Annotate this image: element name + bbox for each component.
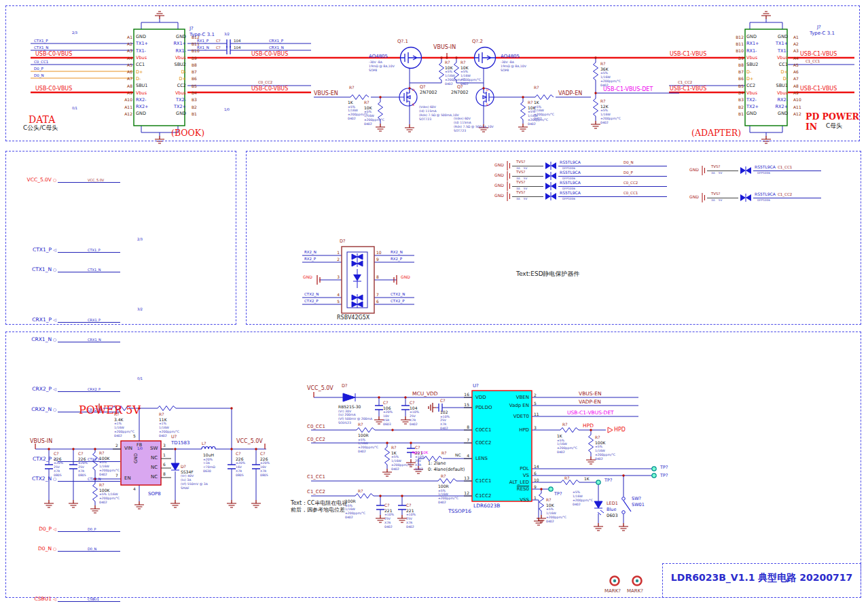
port-label: CRX1_N xyxy=(20,336,52,342)
tvs-wire-right: RS5TL9CA DFP1006 xyxy=(558,191,667,197)
tvs-wire-right: RS5TL9CA DFP1006 xyxy=(558,160,667,166)
pin-number-left: B9 xyxy=(729,56,744,60)
cap-value: 104 xyxy=(234,46,241,50)
tvs-row: GND TVS? 3A 5V RS5TL9CA DFP1006 D0_N xyxy=(494,160,664,171)
c-226-out1: C?226±20% 16V X7R 0805 xyxy=(236,451,245,478)
net-label: USB-C1-VBUS xyxy=(800,86,837,92)
r-led-spec: ±5% 1/16W ±200ppm/°C 0402 xyxy=(573,490,593,507)
pin-number-left: B10 xyxy=(729,48,744,53)
r-100k-upper: R?100K±5% 1/16W ±200ppm/°C 0402 xyxy=(99,450,120,477)
tvs-wire-left: TVS? 3A 5V xyxy=(512,191,543,197)
pin-name-right: CC2 xyxy=(162,83,189,88)
pin-number-left: B5 xyxy=(729,84,744,88)
net-label-vbus-in2: VBUS-IN xyxy=(30,438,52,445)
port-label: CRX1_P xyxy=(20,317,52,323)
ldr-pin-num: 14 xyxy=(534,464,539,469)
r-100r-2-ref: R? xyxy=(441,473,446,478)
pin-name-left: TX1+ xyxy=(132,41,162,46)
td-pin8: 8 xyxy=(163,471,166,476)
pin-number-right: A10 xyxy=(791,97,810,102)
pin-number-left: A2 xyxy=(117,41,132,46)
pin-number-right: A6 xyxy=(791,69,810,74)
port-wire: D0_P xyxy=(58,525,120,532)
ldr-pin-num: 2 xyxy=(534,393,537,397)
fet-d-letter: D xyxy=(412,88,415,92)
pin-name-left: Vbus xyxy=(132,90,162,96)
ldr-ref: U? xyxy=(473,383,479,389)
port-icon: ◁ xyxy=(52,317,58,323)
td-pin2: 2 xyxy=(115,443,118,448)
net-label: C0_CC2 xyxy=(258,80,272,85)
tvs-row: GND TVS? 3A 5V RS5TL9CA DFP1006 C1_CC2 xyxy=(689,192,859,219)
c-226-in1: C?226±20% 25V X7R 0805 xyxy=(54,451,63,478)
r-1k-right: 1K±5% 1/16W ±200ppm/°C 0402 xyxy=(534,100,554,121)
net-label: USB-C1-VBUS xyxy=(670,51,706,58)
tvs-wire-left: TVS? 3A 5V xyxy=(512,160,543,166)
pin-number-right: B8 xyxy=(189,62,208,67)
label-adapter: (ADAPTER) xyxy=(691,128,741,138)
q4-spec: (Vdss) 60V (Id) 115mA (Rds) 7.5Ω @ 500mA… xyxy=(454,117,494,133)
connector-pin-row: A7 D- D+ B6 xyxy=(117,75,208,82)
pin-name-left: RX2+ xyxy=(132,104,162,109)
ldr-pin-num: 4 xyxy=(460,453,469,458)
c-102: 102±10% 25V X7R 0402 xyxy=(440,410,450,431)
tvs-part: RS5TL9CA xyxy=(560,180,581,185)
esd-note: Text:ESD静电保护器件 xyxy=(516,270,580,278)
tvs-net-label: C1_CC2 xyxy=(778,192,792,197)
net-label: USB-C0-VBUS xyxy=(35,51,72,58)
port-row: CTX1_N ○ CTX1_N xyxy=(20,266,120,272)
tvs-wire-left: TVS? 3A 5V xyxy=(707,165,738,171)
pin-number-left: B11 xyxy=(729,41,744,46)
esd-ref: D? xyxy=(340,239,345,245)
port-icon: ◁ xyxy=(52,596,58,602)
net-label-det: USB-C1-VBUS-DET xyxy=(603,86,653,93)
conn-left-part: Type-C 3.1 xyxy=(189,32,215,37)
port-group: VCC_5.0V ○ VCC_5.0V xyxy=(20,163,120,222)
esd-net-gnd: GND xyxy=(401,274,410,279)
pin-number-left: B2 xyxy=(729,105,744,109)
td-nc2: NC xyxy=(151,465,158,470)
q1-ref: Q?.1 xyxy=(397,39,408,44)
esd-pin-num: 1 xyxy=(330,250,340,255)
r-led-val: 1K xyxy=(584,476,590,481)
esd-net: CTX2_N xyxy=(304,292,319,297)
port-icon: ◁ xyxy=(52,526,58,532)
connector-left-pins: A1 GND GND B12 A2 TX1+ RX1+ B11 A3 TX1- … xyxy=(117,33,208,118)
port-icon: ◁ xyxy=(52,387,58,392)
r-36k: R?36K±5% 1/16W ±200ppm/°C 0402 xyxy=(600,61,621,88)
r-100r-3: 100R±5% 1/16W ±200ppm/°C 0402 xyxy=(345,499,365,520)
pin-number-right: A11 xyxy=(791,105,810,109)
connector-pin-row: A2 TX1+ RX1+ B11 xyxy=(117,40,208,47)
esd-pin-num: 5 xyxy=(330,299,340,304)
ldr-pin-name: POL xyxy=(495,466,529,471)
tvs-ref: TVS? xyxy=(516,180,526,185)
lens-r-ref: R? xyxy=(441,450,446,455)
connector-pin-row: A5 CC1 SBU2 B8 xyxy=(117,61,208,68)
pin-name-left: TX2- xyxy=(744,97,767,103)
port-net-label: CRX1_P xyxy=(88,318,101,322)
pin-name-left: SBU2 xyxy=(744,62,767,67)
pin-name-left: CC1 xyxy=(132,62,162,67)
pin-name-left: GND xyxy=(744,34,767,39)
tp-label: TP? xyxy=(660,473,668,479)
q2-part: AO4805 xyxy=(501,54,520,59)
pin-name-left: D- xyxy=(744,69,767,75)
tvs-pkg: DFP1006 xyxy=(757,198,770,202)
tvs-row: GND TVS? 3A 5V RS5TL9CA DFP1006 C0_CC1 xyxy=(494,191,664,201)
cc-note: Text：CC串电阻在电容 前后，因参考地电位差 xyxy=(291,500,347,513)
ldr-pkg: TSSOP16 xyxy=(448,508,471,514)
port-label: D0_P xyxy=(20,526,52,532)
pin-number-left: B12 xyxy=(729,35,744,39)
port-net-label: VCC_5.0V xyxy=(88,178,104,182)
pin-name-left: TX1- xyxy=(132,48,162,54)
ldr-pin-name: VSS xyxy=(495,497,529,503)
net-label: CRX1_N xyxy=(269,46,284,50)
esd-pin-num: 7 xyxy=(376,292,379,297)
lens-4pin-label: 4pin 10K xyxy=(412,450,428,455)
port-group: CTX1_P ◁ CTX1_P CTX1_N ○ CTX1_N 2/3 xyxy=(20,233,120,299)
ldr-pin-num: 1 xyxy=(534,495,537,500)
ldr-pin-name: Vadp EN xyxy=(495,403,529,408)
pin-number-right: A1 xyxy=(791,35,810,39)
tvs-diode-icon xyxy=(738,193,753,202)
connector-pin-row: B1 GND GND A12 xyxy=(729,110,810,117)
